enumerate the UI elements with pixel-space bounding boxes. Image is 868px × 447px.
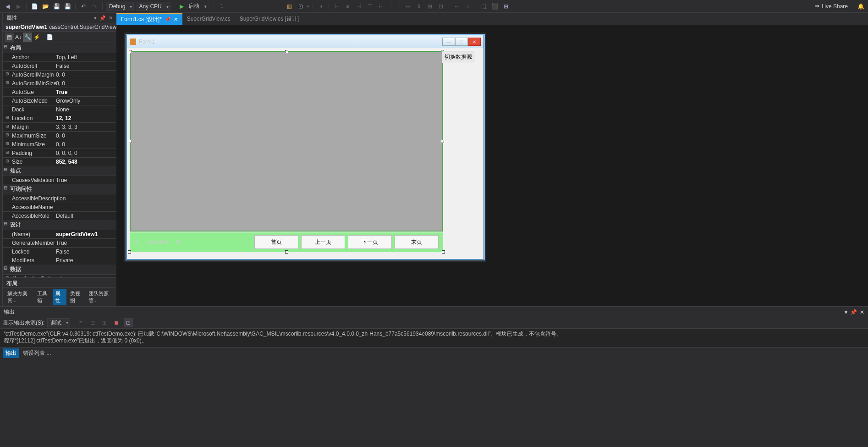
property-value[interactable]: True: [54, 239, 116, 247]
property-row[interactable]: CausesValidationTrue: [3, 176, 116, 184]
out-clear-icon[interactable]: ≡: [76, 318, 85, 327]
property-row[interactable]: (Name)superGridView1: [3, 230, 116, 238]
prop-pages-icon[interactable]: 📄: [45, 33, 54, 42]
property-value[interactable]: [54, 203, 116, 211]
editor-tab[interactable]: Form1.cs [设计]*📌✕: [116, 13, 182, 25]
align-1-icon[interactable]: ⫞: [316, 2, 325, 11]
close-button[interactable]: ✕: [468, 38, 481, 46]
property-value[interactable]: True: [54, 88, 116, 96]
close-tab-icon[interactable]: ✕: [174, 17, 178, 22]
property-row[interactable]: Padding0, 0, 0, 0: [3, 149, 116, 157]
grid-icon[interactable]: ⊡: [436, 2, 445, 11]
out-toggle2-icon[interactable]: ⊞: [100, 318, 109, 327]
property-value[interactable]: [54, 275, 116, 277]
property-row[interactable]: Margin3, 3, 3, 3: [3, 122, 116, 131]
pager-first-button[interactable]: 首页: [254, 235, 298, 249]
property-value[interactable]: 12, 12: [54, 114, 116, 122]
align-right-icon[interactable]: ⊣: [354, 2, 363, 11]
properties-icon[interactable]: 🔧: [23, 33, 32, 42]
out-wrap-icon[interactable]: ≣: [112, 318, 121, 327]
property-row[interactable]: AnchorTop, Left: [3, 53, 116, 61]
property-row[interactable]: AccessibleRoleDefault: [3, 211, 116, 220]
pin-icon[interactable]: 📌: [165, 17, 171, 22]
hspace-icon[interactable]: ⇔: [403, 2, 412, 11]
property-row[interactable]: AccessibleDescription: [3, 194, 116, 203]
step-icon[interactable]: ⤵: [217, 2, 226, 11]
nav-back-icon[interactable]: ◀: [3, 2, 12, 11]
property-value[interactable]: Top, Left: [54, 53, 116, 61]
vspace-icon[interactable]: ⇕: [414, 2, 423, 11]
property-value[interactable]: 3, 3, 3, 3: [54, 123, 116, 131]
property-category[interactable]: 焦点: [3, 166, 116, 176]
align-center-icon[interactable]: ≡: [343, 2, 352, 11]
property-row[interactable]: AutoScrollMargin0, 0: [3, 70, 116, 79]
redo-icon[interactable]: ↷: [90, 2, 99, 11]
save-all-icon[interactable]: 💾: [63, 2, 72, 11]
property-row[interactable]: AutoScrollMinSize0, 0: [3, 79, 116, 88]
out-autoscroll-icon[interactable]: ⊡: [124, 318, 133, 327]
align-top-icon[interactable]: ⊤: [365, 2, 374, 11]
property-value[interactable]: 0, 0: [54, 71, 116, 79]
props-tab[interactable]: 类视图: [67, 289, 85, 305]
run-label[interactable]: 启动: [188, 2, 199, 10]
property-category[interactable]: 可访问性: [3, 184, 116, 194]
align-mid-icon[interactable]: ⊢: [376, 2, 385, 11]
pager-last-button[interactable]: 末页: [395, 235, 439, 249]
editor-tab[interactable]: SuperGridView.cs: [182, 13, 235, 25]
property-value[interactable]: Private: [54, 256, 116, 265]
send-back-icon[interactable]: ⬛: [490, 2, 500, 11]
save-icon[interactable]: 💾: [52, 2, 61, 11]
property-value[interactable]: 0, 0, 0, 0: [54, 149, 116, 157]
property-row[interactable]: Location12, 12: [3, 114, 116, 122]
maximize-button[interactable]: ☐: [455, 38, 468, 46]
property-row[interactable]: MaximumSize0, 0: [3, 131, 116, 140]
property-category[interactable]: 布局: [3, 43, 116, 53]
out-toggle1-icon[interactable]: ⊟: [88, 318, 97, 327]
selected-object-row[interactable]: superGridView1 cassControl.SuperGridView: [3, 23, 116, 32]
property-row[interactable]: LockedFalse: [3, 247, 116, 256]
property-value[interactable]: 0, 0: [54, 79, 116, 88]
property-value[interactable]: 852, 548: [54, 158, 116, 166]
property-value[interactable]: 0, 0: [54, 132, 116, 140]
open-icon[interactable]: 📂: [41, 2, 50, 11]
switch-datasource-button[interactable]: 切换数据源: [441, 51, 475, 63]
props-tab[interactable]: 属性: [53, 289, 66, 305]
categorized-icon[interactable]: ▤: [5, 33, 14, 42]
platform-select[interactable]: Any CPU: [136, 3, 170, 10]
property-value[interactable]: GrowOnly: [54, 97, 116, 105]
new-project-icon[interactable]: 📄: [30, 2, 39, 11]
property-row[interactable]: AutoScrollFalse: [3, 61, 116, 70]
property-row[interactable]: Size852, 548: [3, 157, 116, 166]
pager-prev-button[interactable]: 上一页: [301, 235, 345, 249]
nav-fwd-icon[interactable]: ▶: [14, 2, 23, 11]
align-left-icon[interactable]: ⊢: [332, 2, 341, 11]
find-icon[interactable]: ⊡: [296, 2, 305, 11]
property-row[interactable]: AccessibleName: [3, 203, 116, 211]
hcenter-icon[interactable]: ↔: [452, 2, 461, 11]
output-close-icon[interactable]: ✕: [860, 309, 864, 315]
config-select[interactable]: Debug: [106, 3, 134, 10]
property-row[interactable]: GenerateMemberTrue: [3, 238, 116, 247]
property-value[interactable]: False: [54, 248, 116, 256]
property-row[interactable]: (ApplicationSettings): [3, 274, 116, 277]
property-value[interactable]: 0, 0: [54, 140, 116, 149]
property-row[interactable]: MinimumSize0, 0: [3, 140, 116, 149]
properties-grid[interactable]: 布局AnchorTop, LeftAutoScrollFalseAutoScro…: [3, 43, 116, 277]
property-category[interactable]: 设计: [3, 220, 116, 230]
events-icon[interactable]: ⚡: [32, 33, 41, 42]
super-grid-view[interactable]: [130, 51, 443, 232]
panel-menu-icon[interactable]: ▾: [94, 15, 97, 21]
output-source-select[interactable]: 调试: [47, 319, 70, 327]
vcenter-icon[interactable]: ↕: [463, 2, 472, 11]
notif-icon[interactable]: 🔔: [856, 2, 865, 11]
property-row[interactable]: DockNone: [3, 105, 116, 114]
form-designer[interactable]: Form1 — ☐ ✕: [126, 35, 484, 259]
props-tab[interactable]: 解决方案资...: [5, 289, 33, 305]
bring-front-icon[interactable]: ⬚: [479, 2, 489, 11]
alphabetical-icon[interactable]: A↓: [14, 33, 23, 42]
output-tab[interactable]: 错误列表 ...: [20, 348, 54, 358]
property-row[interactable]: AutoSizeModeGrowOnly: [3, 96, 116, 105]
run-dropdown-icon[interactable]: ▾: [201, 2, 210, 11]
props-tab[interactable]: 工具箱: [34, 289, 52, 305]
editor-tab[interactable]: SuperGridView.cs [设计]: [235, 13, 303, 25]
